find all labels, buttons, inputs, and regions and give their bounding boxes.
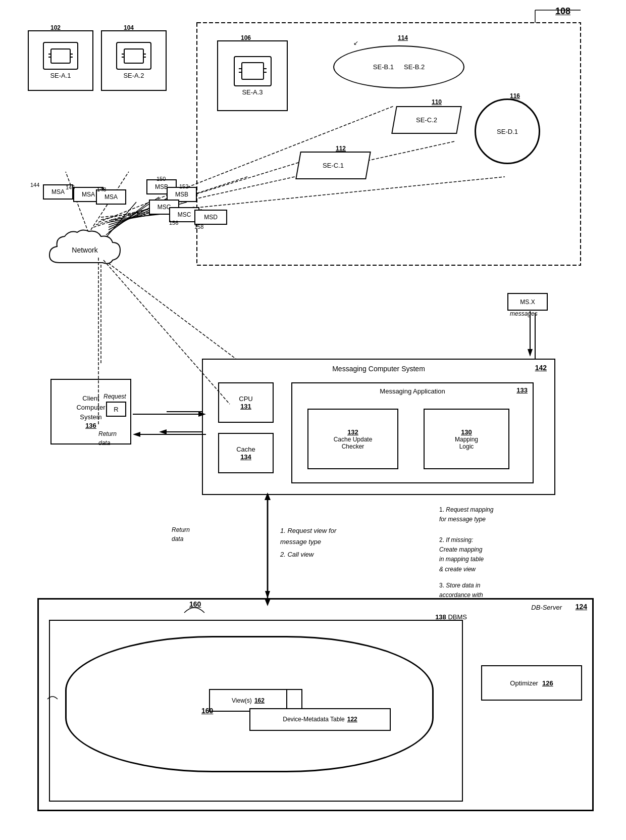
step1-bottom: 1. Request view formessage type xyxy=(280,525,336,548)
se-c2-box: SE-C.2 xyxy=(391,106,462,134)
se-a2-box: SE-A.2 xyxy=(101,30,167,91)
db-oval-num-label xyxy=(45,694,65,706)
optimizer-num: 126 xyxy=(542,679,553,687)
optimizer-label: Optimizer xyxy=(510,679,538,687)
se-b-curve: ↙ xyxy=(353,39,358,46)
db-server-label: DB-Server xyxy=(531,604,562,611)
svg-line-11 xyxy=(66,172,88,232)
msa-144-num: 144 xyxy=(30,182,39,188)
device-metadata-label: Device-Metadata Table xyxy=(283,716,345,723)
db-oval-num: 160 xyxy=(201,707,213,715)
messaging-system-num: 142 xyxy=(535,364,547,372)
device-metadata-box: Device-Metadata Table 122 xyxy=(249,708,391,731)
server-num: 108 xyxy=(555,6,570,17)
cache-update-box: 132 Cache UpdateChecker xyxy=(307,409,398,469)
step2-right: 2. If missing:Create mappingin mapping t… xyxy=(439,535,484,574)
svg-line-42 xyxy=(103,260,230,404)
se-c2-num: 110 xyxy=(432,98,442,106)
svg-marker-33 xyxy=(528,349,533,357)
mapping-logic-num: 130 xyxy=(461,428,472,436)
arc-160-label: 160 xyxy=(182,600,207,617)
db-oval: Fact Table 118 Mapping Table 140 xyxy=(65,636,434,772)
se-c1-box: SE-C.1 xyxy=(295,152,371,179)
dbms-label: 138 DBMS xyxy=(435,613,467,621)
se-b-num: 114 xyxy=(398,34,408,41)
arc-160-num: 160 xyxy=(189,600,201,608)
se-a1-label: SE-A.1 xyxy=(50,72,71,79)
msa-146-label: MSA xyxy=(82,191,95,198)
return-data-bottom: Returndata xyxy=(172,525,190,543)
msa-146-num: 146 xyxy=(66,184,75,190)
network-dashed-lines xyxy=(38,227,240,439)
se-b-oval: SE-B.1 SE-B.2 xyxy=(333,45,464,88)
se-c2-label: SE-C.2 xyxy=(416,116,437,124)
se-c1-label: SE-C.1 xyxy=(323,162,344,169)
msd-158-label: MSD xyxy=(204,214,218,221)
se-b1-label: SE-B.1 xyxy=(373,63,394,71)
diagram-container: SE-A.1 102 SE-A.2 104 108 SE-A.3 106 xyxy=(0,0,626,840)
se-a2-label: SE-A.2 xyxy=(123,72,144,79)
views-label: View(s) xyxy=(232,697,252,704)
cache-db-arrow xyxy=(257,492,278,606)
se-d1-circle: SE-D.1 xyxy=(475,98,540,164)
se-d1-label: SE-D.1 xyxy=(497,128,518,135)
dbms-num: 138 xyxy=(435,613,446,621)
dbms-box: 138 DBMS Fact Table 118 xyxy=(49,620,463,802)
svg-marker-35 xyxy=(265,492,271,500)
views-num: 162 xyxy=(254,697,265,704)
se-a3-box: SE-A.3 xyxy=(217,40,288,111)
msb-152-label: MSB xyxy=(175,191,188,198)
svg-marker-36 xyxy=(265,599,271,606)
msc-156-label: MSC xyxy=(178,211,191,218)
msx-arrow xyxy=(525,311,535,362)
msc-154-num: 154 xyxy=(136,211,145,217)
se-a3-num: 106 xyxy=(241,34,251,41)
se-a2-num: 104 xyxy=(124,24,134,31)
msa-148-num: 148 xyxy=(97,186,106,192)
se-a1-box: SE-A.1 xyxy=(28,30,93,91)
optimizer-box: Optimizer 126 xyxy=(481,665,582,701)
se-a1-num: 102 xyxy=(50,24,61,31)
messaging-app-box: Messaging Application 133 132 Cache Upda… xyxy=(291,382,534,483)
msb-150-num: 150 xyxy=(156,176,166,182)
mapping-logic-label: MappingLogic xyxy=(455,436,478,450)
messaging-app-num: 133 xyxy=(516,386,528,394)
messaging-system-box: Messaging Computer System 142 CPU 131 Ca… xyxy=(202,359,555,495)
msb-152-num: 152 xyxy=(179,183,188,189)
se-b2-label: SE-B.2 xyxy=(404,63,425,71)
msx-box: MS.X xyxy=(507,293,548,311)
cache-update-label: Cache UpdateChecker xyxy=(334,436,373,450)
step1-right: 1. Request mappingfor message type xyxy=(439,505,493,524)
msd-158-box: MSD xyxy=(194,210,227,225)
messaging-system-label: Messaging Computer System xyxy=(332,365,425,373)
msc-156-num: 156 xyxy=(169,220,178,226)
msx-label: MS.X xyxy=(520,299,535,306)
cpu-label: CPU xyxy=(239,395,252,403)
msa-148-label: MSA xyxy=(105,193,118,201)
cache-num: 134 xyxy=(240,453,251,461)
se-c1-num: 112 xyxy=(336,145,346,152)
device-metadata-num: 122 xyxy=(347,716,357,723)
mapping-logic-box: 130 MappingLogic xyxy=(424,409,509,469)
step2-bottom: 2. Call view xyxy=(280,551,314,558)
se-a3-label: SE-A.3 xyxy=(242,88,263,96)
se-d1-num: 116 xyxy=(510,92,520,100)
db-server-box: DB-Server 124 138 DBMS Fact Table 118 xyxy=(38,599,593,811)
messaging-app-label: Messaging Application xyxy=(380,387,445,395)
cache-label: Cache xyxy=(236,446,255,453)
cpu-num: 131 xyxy=(240,403,251,410)
cache-update-num: 132 xyxy=(347,428,358,436)
db-server-num: 124 xyxy=(576,603,587,611)
msa-144-label: MSA xyxy=(51,188,65,195)
